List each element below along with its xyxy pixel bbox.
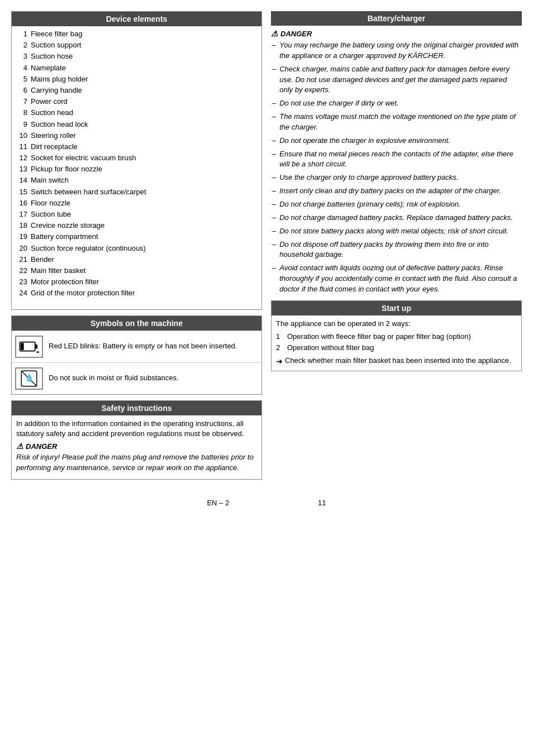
device-list-item: 10Steering roller bbox=[16, 130, 257, 141]
battery-list-item: Do not operate the charger in explosive … bbox=[271, 136, 522, 146]
safety-danger-text: DANGER bbox=[26, 442, 57, 451]
device-list-item: 11Dirt receptacle bbox=[16, 141, 257, 152]
item-number: 11 bbox=[16, 142, 27, 152]
symbol-icon-box: 💧 bbox=[15, 367, 43, 390]
item-label: Pickup for floor nozzle bbox=[31, 164, 102, 174]
symbols-section: Symbols on the machine Red LED blinks: B… bbox=[11, 315, 262, 395]
symbol-icon-box bbox=[15, 336, 43, 358]
svg-text:💧: 💧 bbox=[25, 373, 34, 382]
battery-list-item: Insert only clean and dry battery packs … bbox=[271, 186, 522, 197]
device-list-item: 17Suction tube bbox=[16, 209, 257, 220]
item-number: 9 bbox=[16, 119, 27, 130]
item-label: Carrying handle bbox=[31, 85, 82, 95]
battery-danger-label: ⚠ DANGER bbox=[271, 29, 522, 38]
item-number: 6 bbox=[16, 85, 27, 95]
item-label: Bender bbox=[31, 255, 54, 265]
item-number: 3 bbox=[16, 51, 27, 61]
svg-rect-2 bbox=[21, 343, 24, 350]
no-fluid-icon: 💧 bbox=[19, 370, 39, 387]
left-column: Device elements 1Fleece filter bag2Sucti… bbox=[11, 11, 262, 485]
item-number: 22 bbox=[16, 266, 27, 276]
device-elements-section: Device elements 1Fleece filter bag2Sucti… bbox=[11, 11, 262, 310]
device-list-item: 15Switch between hard surface/carpet bbox=[16, 186, 257, 198]
device-list-item: 16Floor nozzle bbox=[16, 198, 257, 209]
safety-danger-label: ⚠ DANGER bbox=[16, 442, 257, 451]
item-number: 20 bbox=[16, 243, 27, 253]
device-list-item: 5Mains plug holder bbox=[16, 74, 257, 85]
startup-header: Start up bbox=[272, 301, 521, 315]
item-label: Main filter basket bbox=[31, 266, 85, 276]
item-label: Dirt receptacle bbox=[31, 142, 78, 152]
item-number: 21 bbox=[16, 255, 27, 265]
battery-list-item: Use the charger only to charge approved … bbox=[271, 173, 522, 183]
startup-list-item: 2Operation without filter bag bbox=[276, 343, 517, 353]
item-number: 15 bbox=[16, 187, 27, 197]
device-list-item: 1Fleece filter bag bbox=[16, 28, 257, 40]
startup-arrow-text: Check whether main filter basket has bee… bbox=[285, 356, 511, 367]
battery-list-item: Avoid contact with liquids oozing out of… bbox=[271, 263, 522, 295]
item-number: 24 bbox=[16, 288, 27, 298]
startup-item-text: Operation with fleece filter bag or pape… bbox=[287, 332, 471, 342]
item-label: Suction tube bbox=[31, 209, 71, 219]
item-number: 19 bbox=[16, 232, 27, 242]
device-list-item: 13Pickup for floor nozzle bbox=[16, 164, 257, 175]
item-label: Floor nozzle bbox=[31, 198, 70, 208]
startup-arrow-item: ➜ Check whether main filter basket has b… bbox=[276, 356, 517, 367]
safety-header: Safety instructions bbox=[12, 401, 261, 415]
device-list-item: 19Battery compartment bbox=[16, 231, 257, 242]
device-list-item: 6Carrying handle bbox=[16, 85, 257, 96]
svg-rect-1 bbox=[35, 344, 37, 348]
item-label: Steering roller bbox=[31, 131, 76, 141]
device-list-item: 12Socket for electric vacuum brush bbox=[16, 152, 257, 164]
safety-danger-body: Risk of injury! Please pull the mains pl… bbox=[16, 452, 257, 473]
device-list-item: 22Main filter basket bbox=[16, 265, 257, 276]
device-list-item: 18Crevice nozzle storage bbox=[16, 220, 257, 231]
startup-list-item: 1Operation with fleece filter bag or pap… bbox=[276, 332, 517, 342]
item-number: 14 bbox=[16, 175, 27, 185]
item-number: 4 bbox=[16, 63, 27, 73]
item-number: 7 bbox=[16, 97, 27, 107]
item-label: Crevice nozzle storage bbox=[31, 221, 104, 231]
item-label: Battery compartment bbox=[31, 232, 98, 242]
item-number: 23 bbox=[16, 277, 27, 287]
device-list-item: 4Nameplate bbox=[16, 63, 257, 74]
device-list-item: 8Suction head bbox=[16, 107, 257, 118]
item-number: 17 bbox=[16, 209, 27, 219]
battery-icon bbox=[19, 338, 39, 355]
symbol-description: Do not suck in moist or fluid substances… bbox=[49, 373, 179, 383]
item-number: 16 bbox=[16, 198, 27, 208]
startup-item-num: 2 bbox=[276, 343, 284, 353]
symbol-row: Red LED blinks: Battery is empty or has … bbox=[12, 331, 261, 362]
startup-content: The appliance can be operated in 2 ways:… bbox=[272, 315, 521, 371]
battery-list-item: Check charger, mains cable and battery p… bbox=[271, 64, 522, 96]
device-list-item: 20Suction force regulator (continuous) bbox=[16, 243, 257, 254]
item-label: Motor protection filter bbox=[31, 277, 99, 287]
right-column: Battery/charger ⚠ DANGER You may recharg… bbox=[271, 11, 522, 485]
symbols-header: Symbols on the machine bbox=[12, 316, 261, 331]
item-number: 8 bbox=[16, 108, 27, 118]
item-label: Nameplate bbox=[31, 63, 66, 73]
battery-bullet-list: You may recharge the battery using only … bbox=[271, 40, 522, 295]
device-list-item: 7Power cord bbox=[16, 96, 257, 107]
item-number: 12 bbox=[16, 153, 27, 163]
item-label: Suction force regulator (continuous) bbox=[31, 243, 146, 253]
battery-danger-triangle-icon: ⚠ bbox=[271, 29, 278, 38]
item-label: Suction hose bbox=[31, 51, 73, 61]
battery-header: Battery/charger bbox=[271, 11, 522, 26]
battery-list-item: Do not charge damaged battery packs. Rep… bbox=[271, 213, 522, 223]
device-elements-list: 1Fleece filter bag2Suction support3Sucti… bbox=[12, 26, 261, 302]
startup-item-text: Operation without filter bag bbox=[287, 343, 374, 353]
battery-list-item: Do not store battery packs along with me… bbox=[271, 226, 522, 237]
item-label: Grid of the motor protection filter bbox=[31, 288, 135, 298]
device-elements-header: Device elements bbox=[12, 12, 261, 26]
device-list-item: 23Motor protection filter bbox=[16, 276, 257, 288]
symbol-row: 💧 Do not suck in moist or fluid substanc… bbox=[12, 362, 261, 394]
battery-list-item: The mains voltage must match the voltage… bbox=[271, 112, 522, 133]
device-list-item: 24Grid of the motor protection filter bbox=[16, 288, 257, 299]
battery-list-item: Do not use the charger if dirty or wet. bbox=[271, 98, 522, 109]
item-label: Main switch bbox=[31, 175, 69, 185]
device-list-item: 9Suction head lock bbox=[16, 119, 257, 130]
item-label: Socket for electric vacuum brush bbox=[31, 153, 136, 163]
footer-text: EN – 2 11 bbox=[207, 499, 326, 507]
item-number: 13 bbox=[16, 164, 27, 174]
